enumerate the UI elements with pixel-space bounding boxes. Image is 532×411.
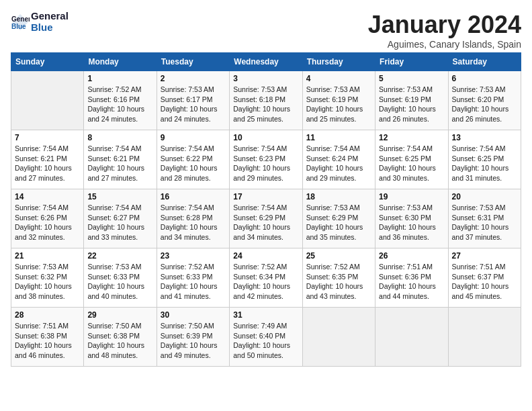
day-detail: Sunrise: 7:54 AM Sunset: 6:29 PM Dayligh… bbox=[233, 203, 298, 242]
calendar-cell: 8Sunrise: 7:54 AM Sunset: 6:21 PM Daylig… bbox=[84, 130, 157, 189]
calendar-week-3: 14Sunrise: 7:54 AM Sunset: 6:26 PM Dayli… bbox=[11, 189, 521, 248]
calendar-cell bbox=[11, 71, 84, 130]
header-monday: Monday bbox=[84, 53, 157, 71]
day-detail: Sunrise: 7:54 AM Sunset: 6:28 PM Dayligh… bbox=[161, 203, 226, 242]
calendar-cell: 17Sunrise: 7:54 AM Sunset: 6:29 PM Dayli… bbox=[230, 189, 302, 248]
day-number: 16 bbox=[161, 192, 226, 201]
day-number: 14 bbox=[15, 192, 80, 201]
day-detail: Sunrise: 7:54 AM Sunset: 6:21 PM Dayligh… bbox=[87, 144, 152, 183]
calendar-cell: 16Sunrise: 7:54 AM Sunset: 6:28 PM Dayli… bbox=[157, 189, 229, 248]
day-number: 21 bbox=[15, 251, 80, 261]
header-tuesday: Tuesday bbox=[157, 53, 229, 71]
page-header: General Blue General Blue January 2024 A… bbox=[11, 11, 521, 50]
day-number: 4 bbox=[306, 74, 371, 83]
day-number: 10 bbox=[233, 133, 298, 142]
header-saturday: Saturday bbox=[448, 53, 521, 71]
header-friday: Friday bbox=[375, 53, 448, 71]
calendar-week-2: 7Sunrise: 7:54 AM Sunset: 6:21 PM Daylig… bbox=[11, 130, 521, 189]
day-detail: Sunrise: 7:52 AM Sunset: 6:16 PM Dayligh… bbox=[87, 85, 152, 124]
day-number: 2 bbox=[161, 74, 226, 83]
calendar-week-1: 1Sunrise: 7:52 AM Sunset: 6:16 PM Daylig… bbox=[11, 71, 521, 130]
calendar-cell: 1Sunrise: 7:52 AM Sunset: 6:16 PM Daylig… bbox=[84, 71, 157, 130]
calendar-cell: 26Sunrise: 7:51 AM Sunset: 6:36 PM Dayli… bbox=[375, 248, 448, 308]
day-number: 17 bbox=[233, 192, 298, 201]
day-number: 13 bbox=[452, 133, 517, 142]
svg-text:General: General bbox=[11, 15, 30, 23]
day-number: 11 bbox=[306, 133, 371, 142]
day-detail: Sunrise: 7:49 AM Sunset: 6:40 PM Dayligh… bbox=[233, 321, 298, 361]
day-number: 18 bbox=[306, 192, 371, 201]
calendar-cell: 11Sunrise: 7:54 AM Sunset: 6:24 PM Dayli… bbox=[302, 130, 375, 189]
day-detail: Sunrise: 7:50 AM Sunset: 6:38 PM Dayligh… bbox=[87, 321, 152, 361]
calendar-cell bbox=[375, 308, 448, 367]
day-detail: Sunrise: 7:54 AM Sunset: 6:25 PM Dayligh… bbox=[379, 144, 444, 183]
day-detail: Sunrise: 7:51 AM Sunset: 6:37 PM Dayligh… bbox=[452, 262, 517, 302]
logo-general-text: General bbox=[31, 11, 69, 22]
day-detail: Sunrise: 7:53 AM Sunset: 6:19 PM Dayligh… bbox=[379, 85, 444, 124]
day-detail: Sunrise: 7:53 AM Sunset: 6:33 PM Dayligh… bbox=[87, 262, 152, 302]
day-number: 8 bbox=[87, 133, 152, 142]
logo-blue-text: Blue bbox=[31, 22, 69, 34]
calendar-cell: 9Sunrise: 7:54 AM Sunset: 6:22 PM Daylig… bbox=[157, 130, 229, 189]
day-detail: Sunrise: 7:51 AM Sunset: 6:36 PM Dayligh… bbox=[379, 262, 444, 302]
day-detail: Sunrise: 7:53 AM Sunset: 6:31 PM Dayligh… bbox=[452, 203, 517, 242]
header-thursday: Thursday bbox=[302, 53, 375, 71]
calendar-cell: 20Sunrise: 7:53 AM Sunset: 6:31 PM Dayli… bbox=[448, 189, 521, 248]
day-header-row: Sunday Monday Tuesday Wednesday Thursday… bbox=[11, 53, 521, 71]
logo-icon: General Blue bbox=[11, 13, 30, 32]
day-detail: Sunrise: 7:53 AM Sunset: 6:17 PM Dayligh… bbox=[161, 85, 226, 124]
calendar-cell: 25Sunrise: 7:52 AM Sunset: 6:35 PM Dayli… bbox=[302, 248, 375, 308]
day-number: 28 bbox=[15, 310, 80, 320]
calendar-cell bbox=[302, 308, 375, 367]
calendar-cell: 28Sunrise: 7:51 AM Sunset: 6:38 PM Dayli… bbox=[11, 308, 84, 367]
day-detail: Sunrise: 7:54 AM Sunset: 6:22 PM Dayligh… bbox=[161, 144, 226, 183]
calendar-cell: 4Sunrise: 7:53 AM Sunset: 6:19 PM Daylig… bbox=[302, 71, 375, 130]
calendar-cell: 15Sunrise: 7:54 AM Sunset: 6:27 PM Dayli… bbox=[84, 189, 157, 248]
day-number: 20 bbox=[452, 192, 517, 201]
day-detail: Sunrise: 7:54 AM Sunset: 6:24 PM Dayligh… bbox=[306, 144, 371, 183]
day-detail: Sunrise: 7:54 AM Sunset: 6:25 PM Dayligh… bbox=[452, 144, 517, 183]
day-detail: Sunrise: 7:53 AM Sunset: 6:19 PM Dayligh… bbox=[306, 85, 371, 124]
day-number: 23 bbox=[161, 251, 226, 261]
day-detail: Sunrise: 7:52 AM Sunset: 6:34 PM Dayligh… bbox=[233, 262, 298, 302]
day-number: 31 bbox=[233, 310, 298, 320]
calendar-cell: 29Sunrise: 7:50 AM Sunset: 6:38 PM Dayli… bbox=[84, 308, 157, 367]
logo: General Blue General Blue bbox=[11, 11, 69, 33]
day-detail: Sunrise: 7:52 AM Sunset: 6:35 PM Dayligh… bbox=[306, 262, 371, 302]
svg-text:Blue: Blue bbox=[11, 23, 26, 30]
day-detail: Sunrise: 7:52 AM Sunset: 6:33 PM Dayligh… bbox=[161, 262, 226, 302]
day-number: 22 bbox=[87, 251, 152, 261]
calendar-cell: 13Sunrise: 7:54 AM Sunset: 6:25 PM Dayli… bbox=[448, 130, 521, 189]
calendar-cell: 22Sunrise: 7:53 AM Sunset: 6:33 PM Dayli… bbox=[84, 248, 157, 308]
calendar-title: January 2024 bbox=[368, 11, 521, 39]
day-number: 27 bbox=[452, 251, 517, 261]
calendar-cell: 2Sunrise: 7:53 AM Sunset: 6:17 PM Daylig… bbox=[157, 71, 229, 130]
day-detail: Sunrise: 7:54 AM Sunset: 6:21 PM Dayligh… bbox=[15, 144, 80, 183]
calendar-cell: 6Sunrise: 7:53 AM Sunset: 6:20 PM Daylig… bbox=[448, 71, 521, 130]
calendar-cell: 23Sunrise: 7:52 AM Sunset: 6:33 PM Dayli… bbox=[157, 248, 229, 308]
day-detail: Sunrise: 7:54 AM Sunset: 6:23 PM Dayligh… bbox=[233, 144, 298, 183]
day-number: 19 bbox=[379, 192, 444, 201]
day-number: 3 bbox=[233, 74, 298, 83]
day-detail: Sunrise: 7:54 AM Sunset: 6:26 PM Dayligh… bbox=[15, 203, 80, 242]
day-detail: Sunrise: 7:50 AM Sunset: 6:39 PM Dayligh… bbox=[161, 321, 226, 361]
day-detail: Sunrise: 7:53 AM Sunset: 6:32 PM Dayligh… bbox=[15, 262, 80, 302]
day-number: 29 bbox=[87, 310, 152, 320]
day-number: 24 bbox=[233, 251, 298, 261]
day-detail: Sunrise: 7:51 AM Sunset: 6:38 PM Dayligh… bbox=[15, 321, 80, 361]
calendar-cell: 21Sunrise: 7:53 AM Sunset: 6:32 PM Dayli… bbox=[11, 248, 84, 308]
calendar-cell: 27Sunrise: 7:51 AM Sunset: 6:37 PM Dayli… bbox=[448, 248, 521, 308]
calendar-cell: 5Sunrise: 7:53 AM Sunset: 6:19 PM Daylig… bbox=[375, 71, 448, 130]
calendar-cell: 12Sunrise: 7:54 AM Sunset: 6:25 PM Dayli… bbox=[375, 130, 448, 189]
calendar-cell: 30Sunrise: 7:50 AM Sunset: 6:39 PM Dayli… bbox=[157, 308, 229, 367]
calendar-week-4: 21Sunrise: 7:53 AM Sunset: 6:32 PM Dayli… bbox=[11, 248, 521, 308]
calendar-cell: 14Sunrise: 7:54 AM Sunset: 6:26 PM Dayli… bbox=[11, 189, 84, 248]
calendar-cell: 7Sunrise: 7:54 AM Sunset: 6:21 PM Daylig… bbox=[11, 130, 84, 189]
calendar-cell bbox=[448, 308, 521, 367]
day-detail: Sunrise: 7:53 AM Sunset: 6:20 PM Dayligh… bbox=[452, 85, 517, 124]
title-block: January 2024 Aguimes, Canary Islands, Sp… bbox=[368, 11, 521, 50]
day-number: 26 bbox=[379, 251, 444, 261]
header-wednesday: Wednesday bbox=[230, 53, 302, 71]
calendar-cell: 19Sunrise: 7:53 AM Sunset: 6:30 PM Dayli… bbox=[375, 189, 448, 248]
day-number: 6 bbox=[452, 74, 517, 83]
